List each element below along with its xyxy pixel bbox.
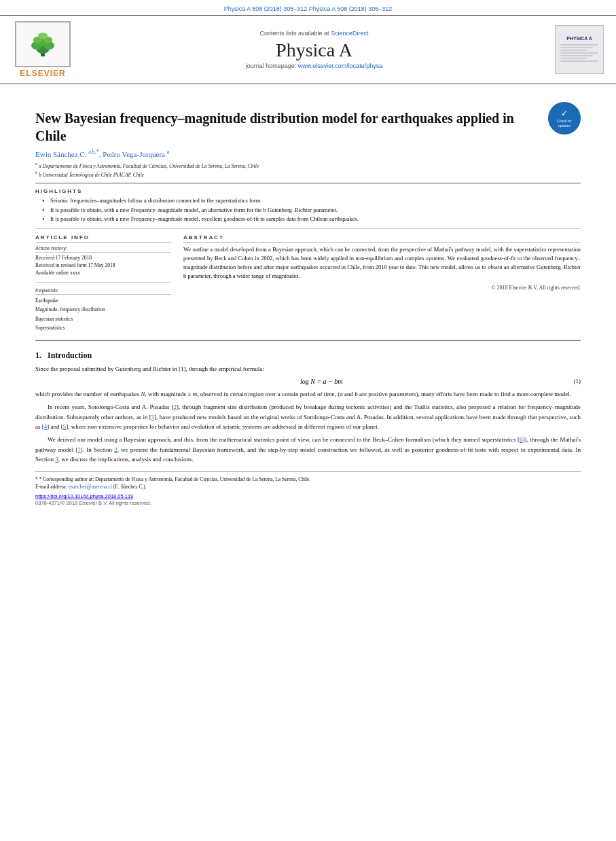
journal-homepage: journal homepage: www.elsevier.com/locat… (86, 62, 543, 69)
intro-para1: Since the proposal submitted by Gutenber… (35, 364, 581, 374)
journal-header: ELSEVIER Contents lists available at Sci… (0, 15, 616, 84)
ref-6-link[interactable]: 6 (520, 436, 523, 443)
journal-link-text: Physica A 508 (2018) 305–312 (309, 5, 393, 12)
divider-1 (35, 183, 581, 183)
highlights-list: Seismic frequencies–magnitudes follow a … (42, 197, 581, 223)
thumb-line-1 (560, 44, 598, 46)
abstract-text: We outline a model developed from a Baye… (183, 245, 581, 281)
divider-3 (35, 282, 171, 283)
check-updates-badge: ✓ Check for updates (548, 102, 581, 135)
journal-link[interactable]: Physica A 508 (2018) 305–312 Physica A 5… (0, 0, 616, 15)
article-info-label: ARTICLE INFO (35, 234, 171, 243)
journal-thumbnail: PHYSICA A (555, 25, 604, 74)
ref-4-link[interactable]: 4 (44, 423, 48, 430)
highlights-label: HIGHLIGHTS (35, 188, 581, 194)
affiliations: a a Departamento de Física y Astronomía,… (35, 161, 581, 179)
check-icon: ✓ (561, 109, 568, 120)
revised-date: Received in revised form 17 May 2018 (35, 262, 171, 269)
elsevier-brand-label: ELSEVIER (20, 69, 65, 78)
email-link[interactable]: esanchez@userena.cl (69, 484, 112, 490)
affiliation-a: a Departamento de Física y Astronomía, F… (39, 162, 259, 168)
thumb-line-2 (560, 47, 593, 48)
highlight-item-1: Seismic frequencies–magnitudes follow a … (42, 197, 581, 204)
thumb-line-7 (560, 60, 598, 62)
homepage-prefix: journal homepage: (246, 62, 298, 69)
keywords-section: Keywords: Earthquake Magnitude–frequency… (35, 287, 171, 333)
footnote-area: * * Corresponding author at: Departament… (35, 471, 581, 507)
keywords-list: Earthquake Magnitude–frequency distribut… (35, 296, 171, 333)
journal-center: Contents lists available at ScienceDirec… (86, 30, 543, 69)
section-2-link[interactable]: 2 (114, 446, 117, 453)
svg-point-7 (38, 33, 48, 39)
introduction-title: 1. Introduction (35, 351, 581, 361)
homepage-url[interactable]: www.elsevier.com/locate/physa (298, 62, 383, 69)
keyword-1: Earthquake (35, 296, 171, 306)
article-title: New Bayesian frequency–magnitude distrib… (35, 110, 541, 145)
elsevier-logo-box (15, 21, 71, 67)
thumb-line-3 (560, 50, 587, 51)
footnote-star: * * Corresponding author at: Departament… (35, 476, 581, 483)
ref-3-link[interactable]: 3 (151, 414, 155, 420)
article-info-col: ARTICLE INFO Article history: Received 1… (35, 234, 171, 336)
abstract-label: ABSTRACT (183, 234, 581, 243)
authors-line: Ewin Sánchez C. a,b,*, Pedro Vega-Jorque… (35, 149, 581, 158)
highlight-item-2: It is possible to obtain, with a new Fre… (42, 207, 581, 214)
ref-7-link[interactable]: 7 (77, 446, 81, 453)
article-info-abstract-row: ARTICLE INFO Article history: Received 1… (35, 234, 581, 336)
footnote-star-text: * Corresponding author at: Departamento … (39, 476, 311, 482)
history-label: Article history: (35, 245, 171, 253)
main-content: New Bayesian frequency–magnitude distrib… (0, 84, 616, 513)
sciencedirect-link[interactable]: ScienceDirect (331, 30, 369, 37)
thumb-line-4 (560, 52, 598, 54)
elsevier-logo: ELSEVIER (12, 21, 73, 78)
intro-para3: In recent years, Sotolongo-Costa and A. … (35, 402, 581, 431)
sciencedirect-line: Contents lists available at ScienceDirec… (86, 30, 543, 37)
section-name: Introduction (48, 351, 92, 360)
thumb-line-6 (560, 58, 587, 59)
article-title-row: New Bayesian frequency–magnitude distrib… (35, 101, 581, 149)
formula-text: log N = a − bm (69, 378, 574, 385)
email-suffix: (E. Sánchez C.). (113, 484, 147, 490)
intro-para2: which provides the number of earthquakes… (35, 389, 581, 399)
journal-title: Physica A (86, 39, 543, 61)
doi-line: https://doi.org/10.1016/j.physa.2018.05.… (35, 493, 581, 499)
affiliation-b: b Universidad Tecnológica de Chile INACA… (39, 171, 144, 177)
doi-link[interactable]: https://doi.org/10.1016/j.physa.2018.05.… (35, 493, 133, 499)
email-label: E-mail address: (35, 484, 69, 490)
copyright-line: © 2018 Elsevier B.V. All rights reserved… (183, 285, 581, 291)
thumb-lines (560, 44, 598, 63)
keyword-3: Bayesian statistics (35, 315, 171, 324)
ref-5-link[interactable]: 5 (63, 423, 67, 430)
abstract-col: ABSTRACT We outline a model developed fr… (183, 234, 581, 336)
received-date: Received 17 February 2018 (35, 254, 171, 262)
page: Physica A 508 (2018) 305–312 Physica A 5… (0, 0, 616, 841)
journal-link-anchor[interactable]: Physica A 508 (2018) 305–312 (224, 5, 308, 12)
keywords-label: Keywords: (35, 287, 171, 295)
section-number: 1. (35, 351, 41, 360)
divider-4 (35, 340, 581, 341)
footnote-email: E-mail address: esanchez@userena.cl (E. … (35, 483, 581, 490)
thumb-line-5 (560, 55, 593, 56)
section-3-link[interactable]: 3 (55, 456, 58, 463)
elsevier-tree-icon (24, 29, 61, 59)
thumb-title: PHYSICA A (566, 36, 592, 41)
divider-2 (35, 228, 581, 229)
highlight-item-3: It is possible to obtain, with a new Fre… (42, 215, 581, 223)
keyword-2: Magnitude–frequency distribution (35, 305, 171, 315)
issn-line: 0378-4371/© 2018 Elsevier B.V. All right… (35, 500, 581, 506)
check-updates-line2: updates (558, 124, 570, 128)
intro-para4: We derived our model using a Bayesian ap… (35, 435, 581, 464)
article-history-section: Article history: Received 17 February 20… (35, 245, 171, 277)
keyword-4: Superstatistics (35, 323, 171, 333)
formula-row: log N = a − bm (1) (35, 378, 581, 385)
ref-2-link[interactable]: 2 (173, 404, 177, 410)
sciencedirect-prefix: Contents lists available at (259, 30, 331, 37)
formula-number: (1) (574, 378, 581, 384)
available-date: Available online xxxx (35, 269, 171, 276)
